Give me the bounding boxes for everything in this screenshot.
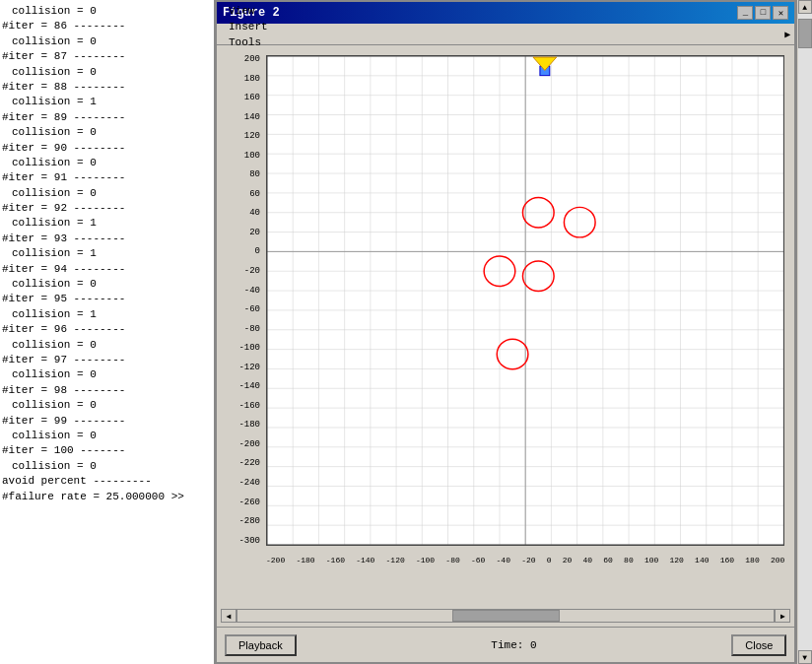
playback-button[interactable]: Playback bbox=[225, 634, 297, 656]
scroll-right-button[interactable]: ▶ bbox=[775, 609, 790, 623]
horizontal-scrollbar: ◀ ▶ bbox=[217, 605, 794, 627]
x-axis-label: 60 bbox=[603, 556, 613, 564]
log-line: collision = 1 bbox=[2, 307, 212, 322]
log-line: #iter = 96 -------- bbox=[2, 322, 212, 337]
scrollbar-thumb[interactable] bbox=[452, 610, 560, 622]
y-axis-label: -260 bbox=[238, 498, 260, 507]
log-line: collision = 1 bbox=[2, 216, 212, 231]
x-axis-label: -180 bbox=[296, 556, 314, 564]
x-axis-label: -120 bbox=[386, 556, 405, 564]
x-axis-label: -200 bbox=[266, 556, 285, 564]
x-axis-label: 160 bbox=[720, 556, 734, 564]
x-axis-label: 180 bbox=[745, 556, 759, 564]
plot-area bbox=[266, 55, 784, 546]
x-axis-label: 140 bbox=[695, 556, 709, 564]
y-axis-label: -160 bbox=[238, 402, 260, 411]
title-bar: Figure 2 _ □ ✕ bbox=[217, 2, 794, 24]
log-line: #iter = 100 ------- bbox=[2, 443, 212, 458]
close-button[interactable]: Close bbox=[731, 634, 786, 656]
x-axis-label: 80 bbox=[624, 556, 634, 564]
log-line: collision = 0 bbox=[2, 367, 212, 382]
log-line: #iter = 87 -------- bbox=[2, 49, 212, 64]
x-axis-label: -40 bbox=[497, 556, 510, 564]
y-axis-label: 60 bbox=[249, 190, 260, 199]
x-axis-label: -60 bbox=[471, 556, 485, 564]
x-axis-label: 100 bbox=[644, 556, 658, 564]
log-line: #iter = 90 -------- bbox=[2, 141, 212, 156]
x-axis-label: 120 bbox=[670, 556, 684, 564]
x-axis-label: -140 bbox=[356, 556, 374, 564]
log-line: collision = 0 bbox=[2, 459, 212, 474]
log-line: collision = 1 bbox=[2, 246, 212, 261]
scrollbar-track[interactable] bbox=[237, 609, 775, 623]
y-axis-label: 80 bbox=[249, 170, 260, 179]
y-axis-label: -60 bbox=[244, 305, 260, 314]
x-axis-label: 0 bbox=[547, 556, 552, 564]
y-axis-label: 180 bbox=[244, 75, 260, 84]
x-axis-label: 20 bbox=[563, 556, 573, 564]
log-line: #iter = 99 -------- bbox=[2, 414, 212, 429]
y-axis-label: -20 bbox=[244, 267, 260, 276]
right-scrollbar: ▲ ▼ bbox=[796, 0, 812, 664]
log-line: collision = 0 bbox=[2, 338, 212, 353]
y-axis-label: -180 bbox=[238, 421, 260, 430]
log-line: collision = 0 bbox=[2, 125, 212, 140]
y-axis-label: 20 bbox=[249, 229, 260, 237]
log-line: #iter = 88 -------- bbox=[2, 80, 212, 95]
scroll-down-button[interactable]: ▼ bbox=[798, 650, 812, 664]
log-line: #iter = 95 -------- bbox=[2, 292, 212, 306]
log-line: #iter = 94 -------- bbox=[2, 262, 212, 277]
y-axis-label: 160 bbox=[244, 94, 260, 102]
menu-item-insert[interactable]: Insert bbox=[221, 19, 282, 34]
y-axis-label: -200 bbox=[238, 440, 260, 449]
close-window-button[interactable]: ✕ bbox=[773, 6, 788, 20]
plot-container: 200180160140120100806040200-20-40-60-80-… bbox=[217, 45, 794, 605]
y-axis-label: -240 bbox=[238, 479, 260, 488]
y-axis-label: 140 bbox=[244, 113, 260, 122]
log-line: collision = 1 bbox=[2, 95, 212, 109]
log-line: #iter = 97 -------- bbox=[2, 353, 212, 367]
log-line: #iter = 93 -------- bbox=[2, 232, 212, 246]
console-panel: collision = 0#iter = 86 --------collisio… bbox=[0, 0, 215, 664]
x-axis-label: 40 bbox=[583, 556, 593, 564]
log-line: #iter = 92 -------- bbox=[2, 201, 212, 216]
x-axis-label: -80 bbox=[445, 556, 459, 564]
y-axis-label: -140 bbox=[238, 382, 260, 391]
log-line: collision = 0 bbox=[2, 429, 212, 443]
x-axis-label: -160 bbox=[326, 556, 345, 564]
y-axis-label: 120 bbox=[244, 132, 260, 141]
figure-window: Figure 2 _ □ ✕ FileEditViewInsertToolsDe… bbox=[215, 0, 796, 664]
bottom-controls: Playback Time: 0 Close bbox=[217, 627, 794, 662]
maximize-button[interactable]: □ bbox=[755, 6, 771, 20]
console-output: collision = 0#iter = 86 --------collisio… bbox=[2, 4, 212, 504]
y-axis-label: -80 bbox=[244, 325, 260, 334]
y-axis-label: -40 bbox=[244, 287, 260, 296]
x-axis: -200-180-160-140-120-100-80-60-40-200204… bbox=[266, 552, 784, 567]
y-axis-label: -100 bbox=[238, 344, 260, 353]
log-line: collision = 0 bbox=[2, 34, 212, 49]
scroll-up-button[interactable]: ▲ bbox=[798, 0, 812, 14]
y-axis-label: -300 bbox=[238, 537, 260, 546]
y-axis: 200180160140120100806040200-20-40-60-80-… bbox=[217, 55, 264, 546]
title-bar-buttons: _ □ ✕ bbox=[737, 6, 788, 20]
minimize-button[interactable]: _ bbox=[737, 6, 753, 20]
y-axis-label: 200 bbox=[244, 55, 260, 64]
time-display: Time: 0 bbox=[491, 639, 536, 651]
log-line: #iter = 98 -------- bbox=[2, 383, 212, 398]
v-scroll-track[interactable] bbox=[798, 14, 812, 650]
y-axis-label: -280 bbox=[238, 517, 260, 526]
log-line: collision = 0 bbox=[2, 186, 212, 201]
log-line: collision = 0 bbox=[2, 65, 212, 80]
scroll-left-button[interactable]: ◀ bbox=[221, 609, 237, 623]
menu-arrow[interactable]: ▶ bbox=[784, 29, 790, 40]
log-line: #iter = 91 -------- bbox=[2, 170, 212, 185]
x-axis-label: 200 bbox=[771, 556, 784, 564]
plot-svg bbox=[267, 56, 783, 545]
y-axis-label: 40 bbox=[249, 209, 260, 218]
log-line: avoid percent --------- bbox=[2, 474, 212, 489]
v-scroll-thumb[interactable] bbox=[798, 19, 812, 48]
y-axis-label: -120 bbox=[238, 364, 260, 372]
log-line: collision = 0 bbox=[2, 4, 212, 19]
y-axis-label: -220 bbox=[238, 459, 260, 468]
menu-item-view[interactable]: View bbox=[221, 3, 282, 19]
